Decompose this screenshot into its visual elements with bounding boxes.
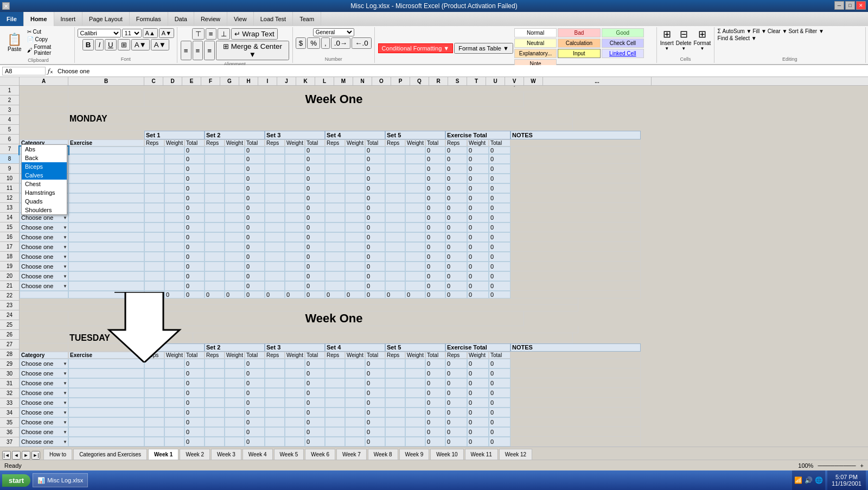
cell-row13-col14[interactable]: 0 [425,193,445,203]
cell-row9-col6[interactable] [265,154,285,164]
cell-row12-col10[interactable] [345,183,365,193]
cell-row15-col4[interactable] [225,213,245,222]
cell-row39-col3[interactable] [205,437,225,447]
cell-row13-col8[interactable]: 0 [305,193,325,203]
font-family-select[interactable]: Calibri [78,29,121,37]
cell-row14-col9[interactable] [325,203,345,213]
cell-row12-col5[interactable]: 0 [245,183,265,193]
cell-b38[interactable] [68,427,144,437]
dropdown-item-abs[interactable]: Abs [22,145,67,154]
cell-row35-col10[interactable] [345,398,365,408]
sheet-tab-week1[interactable]: Week 1 [148,449,178,460]
cell-row14-col4[interactable] [225,203,245,213]
cell-row22-col9[interactable] [325,281,345,291]
cell-row34-col3[interactable] [205,388,225,398]
cell-row10-col0[interactable] [144,164,164,174]
cell-row37-col5[interactable]: 0 [245,417,265,427]
comma-button[interactable]: , [321,37,330,49]
cell-notes11[interactable] [510,174,641,183]
cell-row11-col6[interactable] [265,174,285,183]
col-header-b[interactable]: B [68,77,144,85]
col-header-l[interactable]: L [315,77,334,85]
cell-row34-col11[interactable]: 0 [365,388,385,398]
cell-row38-col2[interactable]: 0 [184,427,205,437]
cell-row21-col3[interactable] [205,271,225,281]
cell-row38-col14[interactable]: 0 [425,427,445,437]
cell-a2[interactable] [20,92,68,107]
cell-b16[interactable] [68,222,144,232]
cell-row37-col3[interactable] [205,417,225,427]
cell-row10-col12[interactable] [385,164,405,174]
cell-row12-col3[interactable] [205,183,225,193]
cell-row15-col7[interactable] [285,213,305,222]
cell-row32-col11[interactable]: 0 [365,368,385,378]
cell-row37-col9[interactable] [325,417,345,427]
row-30[interactable]: 30 [0,369,20,379]
cell-notes34[interactable] [510,388,641,398]
cell-row17-col6[interactable] [265,232,285,242]
sheet-tab-week5[interactable]: Week 5 [274,449,304,460]
cell-b9[interactable] [68,154,144,164]
cell-row35-col1[interactable] [164,398,184,408]
sheet-tab-week4[interactable]: Week 4 [242,449,273,460]
cell-a29[interactable] [20,343,68,352]
cell-row15-col9[interactable] [325,213,345,222]
cell-row16-col7[interactable] [285,222,305,232]
dropdown-item-hamstrings[interactable]: Hamstrings [22,188,67,197]
insert-button[interactable]: ⊞ Insert ▼ [660,28,674,51]
row-15[interactable]: 15 [0,222,20,232]
cell-row18-col11[interactable]: 0 [365,242,385,252]
cell-row35-col6[interactable] [265,398,285,408]
cell-notes10[interactable] [510,164,641,174]
cell-b17[interactable] [68,232,144,242]
cell-b32[interactable] [68,368,144,378]
dropdown-item-shoulders[interactable]: Shoulders [22,206,67,214]
row-29[interactable]: 29 [0,359,20,369]
style-check-cell[interactable]: Check Cell [602,39,644,48]
cell-row12-col14[interactable]: 0 [425,183,445,193]
cell-row39-col5[interactable]: 0 [245,437,265,447]
row-9[interactable]: 9 [0,164,20,174]
cell-a38-choose[interactable]: Choose one▼ [20,427,68,437]
cell-b1-wide[interactable] [68,86,573,92]
bold-button[interactable]: B [82,39,94,50]
cell-row33-col3[interactable] [205,378,225,388]
cell-row16-col3[interactable] [205,222,225,232]
formula-input[interactable] [55,67,866,75]
cell-row22-col6[interactable] [265,281,285,291]
cell-row21-col10[interactable] [345,271,365,281]
cell-row13-col1[interactable] [164,193,184,203]
cell-row22-col8[interactable]: 0 [305,281,325,291]
grid-container[interactable]: 1 2 3 4 5 6 7 8 9 10 11 12 13 14 15 16 1… [0,86,868,447]
cell-notes16[interactable] [510,222,641,232]
cell-row39-col9[interactable] [325,437,345,447]
cell-row12-col13[interactable] [405,183,425,193]
cell-b4-rest[interactable] [193,114,573,124]
cell-row13-col9[interactable] [325,193,345,203]
cell-row18-col12[interactable] [385,242,405,252]
cell-row31-col5[interactable]: 0 [245,359,265,368]
cell-row33-col5[interactable]: 0 [245,378,265,388]
cell-row37-col0[interactable] [144,417,164,427]
dropdown-item-back[interactable]: Back [22,154,67,162]
row-24[interactable]: 24 [0,310,20,320]
cell-row17-col0[interactable] [144,232,164,242]
row-25[interactable]: 25 [0,320,20,330]
row-26[interactable]: 26 [0,330,20,340]
cell-row38-col3[interactable] [205,427,225,437]
cell-row38-col9[interactable] [325,427,345,437]
cell-row16-col11[interactable]: 0 [365,222,385,232]
close-button[interactable]: ✕ [856,1,866,10]
cell-row16-col8[interactable]: 0 [305,222,325,232]
cell-notes38[interactable] [510,427,641,437]
cell-row9-col4[interactable] [225,154,245,164]
cell-f8[interactable] [205,147,225,154]
cell-a33-choose[interactable]: Choose one▼ [20,378,68,388]
cell-row11-col10[interactable] [345,174,365,183]
tab-team[interactable]: Team [293,12,321,26]
cell-row19-col7[interactable] [285,252,305,262]
cell-row9-col10[interactable] [345,154,365,164]
cell-week-title-1[interactable]: Week One [144,92,524,107]
tab-home[interactable]: Home [24,12,54,26]
cell-notes13[interactable] [510,193,641,203]
